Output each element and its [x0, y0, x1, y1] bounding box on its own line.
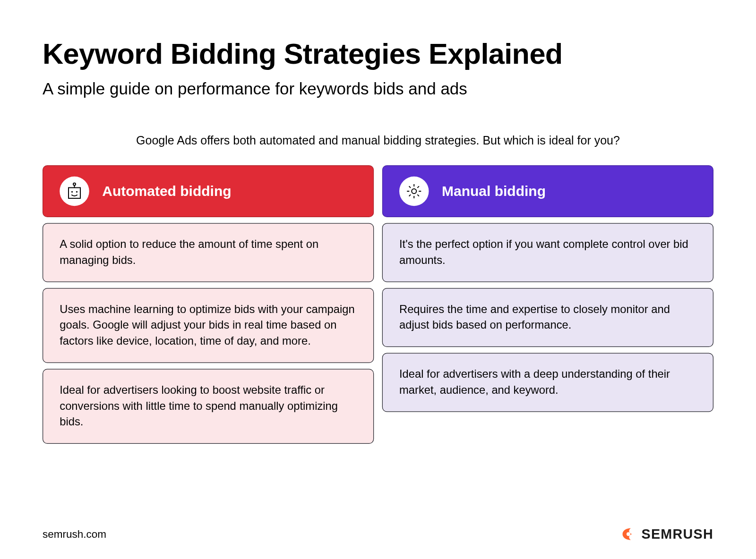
manual-header-label: Manual bidding	[442, 183, 546, 200]
svg-point-3	[71, 191, 73, 193]
automated-card-3: Ideal for advertisers looking to boost w…	[43, 369, 374, 444]
page-subtitle: A simple guide on performance for keywor…	[43, 80, 713, 99]
automated-column: Automated bidding A solid option to redu…	[43, 165, 374, 444]
manual-column: Manual bidding It's the perfect option i…	[382, 165, 713, 444]
brand-name: SEMRUSH	[641, 526, 713, 542]
svg-point-0	[73, 183, 76, 186]
footer-site: semrush.com	[43, 528, 106, 540]
intro-text: Google Ads offers both automated and man…	[43, 134, 713, 148]
automated-card-2: Uses machine learning to optimize bids w…	[43, 288, 374, 363]
comparison-columns: Automated bidding A solid option to redu…	[43, 165, 713, 444]
brand-logo: SEMRUSH	[619, 526, 713, 542]
svg-point-4	[76, 191, 77, 193]
svg-rect-2	[69, 188, 80, 199]
page-title: Keyword Bidding Strategies Explained	[43, 37, 713, 70]
footer: semrush.com SEMRUSH	[43, 526, 713, 542]
manual-card-1: It's the perfect option if you want comp…	[382, 223, 713, 282]
svg-point-5	[412, 189, 416, 194]
automated-header-label: Automated bidding	[102, 183, 231, 200]
manual-header: Manual bidding	[382, 165, 713, 217]
manual-card-3: Ideal for advertisers with a deep unders…	[382, 353, 713, 412]
manual-card-2: Requires the time and expertise to close…	[382, 288, 713, 347]
robot-icon	[60, 177, 89, 206]
automated-card-1: A solid option to reduce the amount of t…	[43, 223, 374, 282]
flame-icon	[619, 526, 636, 542]
automated-header: Automated bidding	[43, 165, 374, 217]
svg-point-6	[627, 532, 630, 536]
gear-icon	[399, 177, 429, 206]
